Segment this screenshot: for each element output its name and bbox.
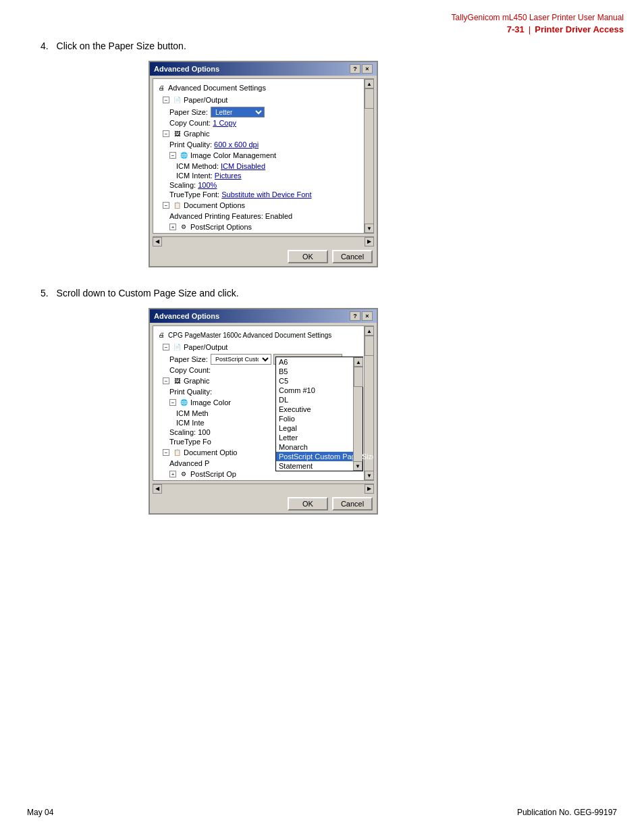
scroll2-thumb[interactable]: [365, 336, 374, 356]
postscript-icon: ⚙: [178, 221, 189, 232]
dialog-1-ok-button[interactable]: OK: [288, 250, 328, 263]
dialog-2-help-button[interactable]: ?: [350, 311, 360, 321]
tree-row-adv-printing: Advanced Printing Features: Enabled: [156, 211, 371, 221]
header-manual-title: TallyGenicom mL450 Laser Printer User Ma…: [452, 12, 624, 24]
doc-options-icon: 📋: [171, 200, 182, 211]
step4-text: 4. Click on the Paper Size button.: [41, 41, 624, 51]
footer-date: May 04: [27, 808, 53, 817]
h2-scroll-left-btn[interactable]: ◀: [153, 484, 162, 494]
scroll-thumb[interactable]: [365, 88, 374, 109]
tree-row-copy-count: Copy Count: 1 Copy: [156, 118, 371, 128]
expand-postscript[interactable]: +: [169, 224, 176, 230]
paper-size-dropdown[interactable]: Letter: [211, 107, 265, 118]
scroll-down-btn[interactable]: ▼: [365, 224, 374, 233]
dialog-1-titlebar-buttons[interactable]: ? ×: [350, 64, 373, 74]
step4-instruction: Click on the Paper Size button.: [57, 41, 186, 51]
tree-row-print-quality: Print Quality: 600 x 600 dpi: [156, 140, 371, 149]
step5-text: 5. Scroll down to Custom Page Size and c…: [41, 288, 624, 298]
dialog-1-content: 🖨 Advanced Document Settings − 📄 Paper/O…: [153, 78, 374, 234]
dropdown-scrollbar[interactable]: ▲ ▼: [353, 357, 363, 471]
tree-row-printer-features: − 🖨 Printer Features: [156, 233, 371, 234]
tree2-row-printer-features: − 🖨 Printer Feat: [156, 480, 371, 481]
dialog-2-hscroll[interactable]: ◀ ▶: [153, 484, 374, 493]
tree-row-graphic: − 🖼 Graphic: [156, 128, 371, 140]
dropdown-item-letter[interactable]: Letter: [276, 433, 363, 442]
dialog-2-ok-button[interactable]: OK: [288, 497, 328, 511]
dialog-2-content: 🖨 CPG PageMaster 1600c Advanced Document…: [153, 325, 374, 481]
folder-icon-1: 📄: [171, 95, 182, 105]
expand-graphic[interactable]: −: [163, 130, 169, 137]
dialog-1-help-button[interactable]: ?: [350, 64, 360, 74]
dialog-2-wrapper: Advanced Options ? × 🖨 CPG PageMaster 16…: [149, 308, 378, 515]
expand-image-color[interactable]: −: [169, 152, 176, 159]
step4-number: 4.: [41, 41, 49, 51]
advanced-options-dialog-1: Advanced Options ? × 🖨 Advanced Document…: [149, 61, 378, 267]
footer-publication: Publication No. GEG-99197: [517, 808, 617, 817]
dialog-2-cancel-button[interactable]: Cancel: [332, 497, 373, 511]
dialog-1-footer: OK Cancel: [150, 247, 377, 266]
dialog-1-title: Advanced Options: [154, 65, 219, 73]
doc-icon: 🖨: [156, 82, 167, 93]
dropdown-item-executive[interactable]: Executive: [276, 405, 363, 414]
header-subtitle: Printer Driver Access: [535, 24, 624, 36]
paper-size-label: Paper Size:: [169, 108, 208, 116]
dd-scroll-thumb[interactable]: [354, 367, 363, 387]
dropdown-item-c5[interactable]: C5: [276, 376, 363, 386]
graphic2-icon: 🖼: [171, 375, 182, 386]
dropdown-item-dl[interactable]: DL: [276, 395, 363, 405]
tree-row-paper-output: − 📄 Paper/Output: [156, 94, 371, 106]
dialog-1-titlebar: Advanced Options ? ×: [150, 62, 377, 76]
paper-size-dropdown-list[interactable]: A6 B5 C5 Comm #10 DL Executive Folio Leg…: [275, 357, 363, 471]
dialog-2-close-button[interactable]: ×: [362, 311, 373, 321]
h-scroll-right-btn[interactable]: ▶: [365, 237, 374, 246]
h2-scroll-right-btn[interactable]: ▶: [365, 484, 374, 494]
expand-doc-options[interactable]: −: [163, 202, 169, 209]
dialog-1-close-button[interactable]: ×: [362, 64, 373, 74]
expand2-doc-options[interactable]: −: [163, 449, 169, 456]
expand2-postscript[interactable]: +: [169, 471, 176, 477]
dropdown-item-ps-custom[interactable]: PostScript Custom Page Size: [276, 452, 363, 461]
dialog-2-titlebar: Advanced Options ? ×: [150, 309, 377, 323]
dropdown-item-monarch[interactable]: Monarch: [276, 442, 363, 452]
tree-row-postscript: + ⚙ PostScript Options: [156, 221, 371, 233]
tree-row-icm-intent: ICM Intent: Pictures: [156, 171, 371, 180]
expand2-image-color[interactable]: −: [169, 399, 176, 406]
step5-number: 5.: [41, 288, 49, 298]
cpg-label: CPG PageMaster 1600c Advanced Document S…: [168, 332, 331, 339]
dialog-1-hscroll[interactable]: ◀ ▶: [153, 236, 374, 246]
tree2-row-paper-output: − 📄 Paper/Output: [156, 341, 371, 353]
dialog-1-wrapper: Advanced Options ? × 🖨 Advanced Document…: [149, 61, 378, 267]
paper-size2-dropdown[interactable]: PostScript Custo: [211, 354, 271, 365]
h-scroll-left-btn[interactable]: ◀: [153, 237, 162, 246]
dropdown-item-legal[interactable]: Legal: [276, 423, 363, 433]
dropdown-item-folio[interactable]: Folio: [276, 414, 363, 423]
dialog-2-footer: OK Cancel: [150, 494, 377, 513]
tree-row-truetype: TrueType Font: Substitute with Device Fo…: [156, 190, 371, 199]
dialog-1-scrollbar[interactable]: ▲ ▼: [364, 79, 373, 233]
dialog-1-cancel-button[interactable]: Cancel: [332, 250, 373, 263]
tree-row-image-color: − 🌐 Image Color Management: [156, 149, 371, 161]
dd-scroll-down[interactable]: ▼: [353, 461, 363, 471]
graphic-icon: 🖼: [171, 128, 182, 139]
cpg-icon: 🖨: [156, 330, 167, 340]
expand2-paper-output[interactable]: −: [163, 344, 169, 350]
page-footer: May 04 Publication No. GEG-99197: [0, 808, 644, 817]
doc-options2-icon: 📋: [171, 447, 182, 458]
image-color-icon: 🌐: [178, 150, 189, 161]
h2-scroll-track: [162, 484, 365, 494]
dialog-2-titlebar-buttons[interactable]: ? ×: [350, 311, 373, 321]
expand-paper-output[interactable]: −: [163, 97, 169, 103]
content-area: 4. Click on the Paper Size button. Advan…: [41, 41, 624, 535]
dropdown-item-comm10[interactable]: Comm #10: [276, 386, 363, 395]
dropdown-item-statement[interactable]: Statement: [276, 461, 363, 471]
scroll2-up-btn[interactable]: ▲: [365, 326, 374, 336]
dropdown-item-b5[interactable]: B5: [276, 367, 363, 376]
h-scroll-track: [162, 237, 365, 246]
expand2-graphic[interactable]: −: [163, 377, 169, 384]
tree-row-icm-method: ICM Method: ICM Disabled: [156, 161, 371, 171]
dropdown-item-a6[interactable]: A6: [276, 357, 363, 367]
dd-scroll-up[interactable]: ▲: [354, 357, 363, 367]
scroll2-down-btn[interactable]: ▼: [365, 471, 374, 480]
scroll-up-btn[interactable]: ▲: [365, 79, 374, 88]
tree-row-adv-settings: 🖨 Advanced Document Settings: [156, 82, 371, 94]
